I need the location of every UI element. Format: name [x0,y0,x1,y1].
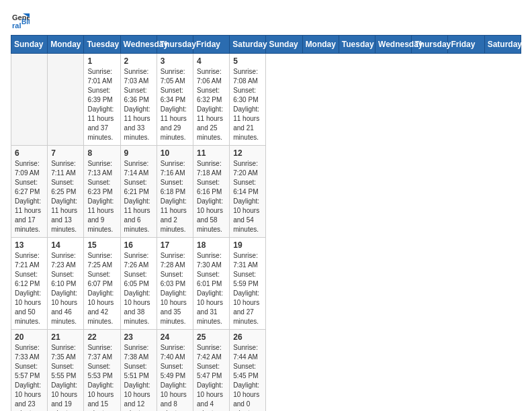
day-info: Sunrise: 7:26 AM Sunset: 6:05 PM Dayligh… [124,251,153,326]
day-number: 12 [233,148,262,158]
week-row-2: 6Sunrise: 7:09 AM Sunset: 6:27 PM Daylig… [11,146,521,238]
day-info: Sunrise: 7:16 AM Sunset: 6:18 PM Dayligh… [161,159,189,234]
col-header-tuesday: Tuesday [84,36,120,54]
day-info: Sunrise: 7:23 AM Sunset: 6:10 PM Dayligh… [51,251,80,326]
logo-icon: Gene ral Blue [11,11,30,30]
day-number: 2 [124,56,153,66]
col-header-sunday: Sunday [11,36,48,54]
day-cell: 6Sunrise: 7:09 AM Sunset: 6:27 PM Daylig… [11,146,48,238]
day-number: 23 [124,332,153,342]
col-header-saturday: Saturday [484,36,521,54]
day-info: Sunrise: 7:21 AM Sunset: 6:12 PM Dayligh… [15,251,44,326]
day-number: 10 [161,148,189,158]
day-cell: 18Sunrise: 7:30 AM Sunset: 6:01 PM Dayli… [193,238,230,330]
day-cell: 11Sunrise: 7:18 AM Sunset: 6:16 PM Dayli… [193,146,230,238]
day-number: 6 [15,148,44,158]
day-number: 14 [51,240,80,250]
day-cell: 8Sunrise: 7:13 AM Sunset: 6:23 PM Daylig… [84,146,120,238]
day-info: Sunrise: 7:01 AM Sunset: 6:39 PM Dayligh… [87,67,116,142]
day-cell: 15Sunrise: 7:25 AM Sunset: 6:07 PM Dayli… [84,238,120,330]
day-number: 19 [233,240,262,250]
day-number: 5 [233,56,262,66]
day-number: 24 [161,332,189,342]
day-info: Sunrise: 7:30 AM Sunset: 6:01 PM Dayligh… [197,251,226,326]
week-row-4: 20Sunrise: 7:33 AM Sunset: 5:57 PM Dayli… [11,330,521,412]
day-cell: 9Sunrise: 7:14 AM Sunset: 6:21 PM Daylig… [120,146,157,238]
day-info: Sunrise: 7:20 AM Sunset: 6:14 PM Dayligh… [233,159,262,234]
col-header-sunday: Sunday [266,36,302,54]
day-info: Sunrise: 7:40 AM Sunset: 5:49 PM Dayligh… [161,343,189,411]
day-cell: 14Sunrise: 7:23 AM Sunset: 6:10 PM Dayli… [48,238,84,330]
header-row: SundayMondayTuesdayWednesdayThursdayFrid… [11,36,521,54]
day-number: 20 [15,332,44,342]
day-cell [48,54,84,146]
day-cell: 3Sunrise: 7:05 AM Sunset: 6:34 PM Daylig… [157,54,193,146]
day-number: 25 [197,332,226,342]
page-header: Gene ral Blue [11,11,521,30]
svg-text:Blue: Blue [21,18,30,26]
col-header-saturday: Saturday [230,36,266,54]
day-number: 1 [87,56,116,66]
day-number: 17 [161,240,189,250]
day-cell: 23Sunrise: 7:38 AM Sunset: 5:51 PM Dayli… [120,330,157,412]
day-info: Sunrise: 7:09 AM Sunset: 6:27 PM Dayligh… [15,159,44,234]
day-number: 18 [197,240,226,250]
day-cell: 4Sunrise: 7:06 AM Sunset: 6:32 PM Daylig… [193,54,230,146]
day-info: Sunrise: 7:33 AM Sunset: 5:57 PM Dayligh… [15,343,44,411]
day-number: 11 [197,148,226,158]
day-info: Sunrise: 7:25 AM Sunset: 6:07 PM Dayligh… [87,251,116,326]
calendar-table: SundayMondayTuesdayWednesdayThursdayFrid… [11,35,521,411]
day-cell: 10Sunrise: 7:16 AM Sunset: 6:18 PM Dayli… [157,146,193,238]
svg-text:ral: ral [12,21,21,30]
day-info: Sunrise: 7:18 AM Sunset: 6:16 PM Dayligh… [197,159,226,234]
day-number: 8 [87,148,116,158]
day-info: Sunrise: 7:42 AM Sunset: 5:47 PM Dayligh… [197,343,226,411]
day-number: 13 [15,240,44,250]
day-cell: 21Sunrise: 7:35 AM Sunset: 5:55 PM Dayli… [48,330,84,412]
col-header-wednesday: Wednesday [120,36,157,54]
col-header-monday: Monday [48,36,84,54]
day-number: 15 [87,240,116,250]
day-info: Sunrise: 7:38 AM Sunset: 5:51 PM Dayligh… [124,343,153,411]
day-number: 3 [161,56,189,66]
day-cell: 26Sunrise: 7:44 AM Sunset: 5:45 PM Dayli… [230,330,266,412]
day-cell: 22Sunrise: 7:37 AM Sunset: 5:53 PM Dayli… [84,330,120,412]
day-cell: 1Sunrise: 7:01 AM Sunset: 6:39 PM Daylig… [84,54,120,146]
day-number: 7 [51,148,80,158]
col-header-thursday: Thursday [412,36,448,54]
day-number: 4 [197,56,226,66]
day-info: Sunrise: 7:06 AM Sunset: 6:32 PM Dayligh… [197,67,226,142]
day-cell: 17Sunrise: 7:28 AM Sunset: 6:03 PM Dayli… [157,238,193,330]
col-header-friday: Friday [448,36,484,54]
day-number: 9 [124,148,153,158]
day-cell [11,54,48,146]
day-info: Sunrise: 7:37 AM Sunset: 5:53 PM Dayligh… [87,343,116,411]
day-info: Sunrise: 7:05 AM Sunset: 6:34 PM Dayligh… [161,67,189,142]
day-cell: 5Sunrise: 7:08 AM Sunset: 6:30 PM Daylig… [230,54,266,146]
week-row-3: 13Sunrise: 7:21 AM Sunset: 6:12 PM Dayli… [11,238,521,330]
week-row-1: 1Sunrise: 7:01 AM Sunset: 6:39 PM Daylig… [11,54,521,146]
day-cell: 16Sunrise: 7:26 AM Sunset: 6:05 PM Dayli… [120,238,157,330]
day-info: Sunrise: 7:13 AM Sunset: 6:23 PM Dayligh… [87,159,116,234]
col-header-friday: Friday [193,36,230,54]
day-number: 16 [124,240,153,250]
day-number: 21 [51,332,80,342]
day-info: Sunrise: 7:03 AM Sunset: 6:36 PM Dayligh… [124,67,153,142]
day-info: Sunrise: 7:11 AM Sunset: 6:25 PM Dayligh… [51,159,80,234]
day-cell: 7Sunrise: 7:11 AM Sunset: 6:25 PM Daylig… [48,146,84,238]
day-info: Sunrise: 7:44 AM Sunset: 5:45 PM Dayligh… [233,343,262,411]
day-info: Sunrise: 7:14 AM Sunset: 6:21 PM Dayligh… [124,159,153,234]
day-info: Sunrise: 7:31 AM Sunset: 5:59 PM Dayligh… [233,251,262,326]
day-info: Sunrise: 7:08 AM Sunset: 6:30 PM Dayligh… [233,67,262,142]
col-header-wednesday: Wednesday [375,36,412,54]
day-info: Sunrise: 7:28 AM Sunset: 6:03 PM Dayligh… [161,251,189,326]
day-number: 22 [87,332,116,342]
day-number: 26 [233,332,262,342]
day-cell: 25Sunrise: 7:42 AM Sunset: 5:47 PM Dayli… [193,330,230,412]
col-header-monday: Monday [302,36,339,54]
col-header-thursday: Thursday [157,36,193,54]
col-header-tuesday: Tuesday [339,36,375,54]
day-cell: 12Sunrise: 7:20 AM Sunset: 6:14 PM Dayli… [230,146,266,238]
day-info: Sunrise: 7:35 AM Sunset: 5:55 PM Dayligh… [51,343,80,411]
day-cell: 24Sunrise: 7:40 AM Sunset: 5:49 PM Dayli… [157,330,193,412]
